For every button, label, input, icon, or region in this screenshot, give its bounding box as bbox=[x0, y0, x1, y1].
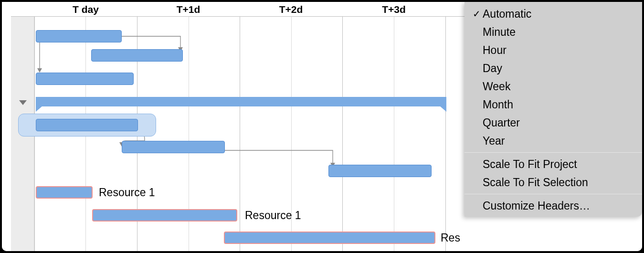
menu-item-scale-fit-project[interactable]: Scale To Fit Project bbox=[465, 155, 642, 173]
timescale-menu: ✓ Automatic Minute Hour Day Week Mont bbox=[465, 2, 642, 217]
menu-item-year[interactable]: Year bbox=[465, 132, 642, 150]
menu-item-label: Hour bbox=[483, 44, 633, 57]
menu-item-minute[interactable]: Minute bbox=[465, 23, 642, 41]
gantt-window: T day T+1d T+2d T+3d ＋ bbox=[2, 2, 642, 251]
menu-item-label: Week bbox=[483, 80, 633, 93]
menu-item-customize-headers[interactable]: Customize Headers… bbox=[465, 197, 642, 215]
menu-item-label: Customize Headers… bbox=[483, 200, 633, 212]
time-col-3: T+3d bbox=[342, 2, 445, 17]
menu-item-scale-fit-selection[interactable]: Scale To Fit Selection bbox=[465, 173, 642, 191]
menu-item-hour[interactable]: Hour bbox=[465, 41, 642, 59]
menu-item-label: Automatic bbox=[483, 8, 633, 21]
menu-item-label: Quarter bbox=[483, 116, 633, 129]
task-bar[interactable] bbox=[36, 30, 122, 42]
resource-bar[interactable] bbox=[92, 209, 237, 221]
check-icon: ✓ bbox=[470, 8, 483, 20]
menu-item-month[interactable]: Month bbox=[465, 95, 642, 114]
menu-item-automatic[interactable]: ✓ Automatic bbox=[465, 5, 642, 23]
resource-label: Resource 1 bbox=[99, 186, 155, 199]
task-bar-selected[interactable] bbox=[36, 119, 138, 131]
menu-item-label: Scale To Fit Project bbox=[483, 158, 633, 171]
menu-item-week[interactable]: Week bbox=[465, 77, 642, 95]
menu-item-quarter[interactable]: Quarter bbox=[465, 114, 642, 132]
time-col-1: T+1d bbox=[137, 2, 240, 17]
summary-bar[interactable] bbox=[36, 97, 446, 106]
resource-label-truncated: Res bbox=[441, 232, 460, 244]
resource-label: Resource 1 bbox=[245, 209, 301, 222]
menu-item-label: Day bbox=[483, 62, 633, 75]
task-bar[interactable] bbox=[328, 165, 432, 177]
menu-separator bbox=[465, 194, 642, 194]
menu-separator bbox=[465, 152, 642, 153]
gantt-area[interactable]: T day T+1d T+2d T+3d ＋ bbox=[11, 2, 642, 251]
task-bar[interactable] bbox=[122, 141, 225, 153]
disclosure-triangle-icon[interactable] bbox=[19, 100, 27, 105]
task-bar[interactable] bbox=[91, 49, 183, 62]
time-col-0: T day bbox=[34, 2, 137, 17]
task-bar[interactable] bbox=[36, 73, 134, 85]
left-edge bbox=[2, 2, 11, 251]
resource-bar[interactable] bbox=[36, 186, 93, 199]
menu-item-label: Minute bbox=[483, 26, 633, 39]
menu-item-day[interactable]: Day bbox=[465, 59, 642, 77]
menu-item-label: Year bbox=[483, 135, 633, 148]
menu-item-label: Scale To Fit Selection bbox=[483, 176, 633, 189]
menu-item-label: Month bbox=[483, 98, 633, 111]
time-col-2: T+2d bbox=[240, 2, 342, 17]
resource-bar[interactable] bbox=[224, 232, 435, 244]
